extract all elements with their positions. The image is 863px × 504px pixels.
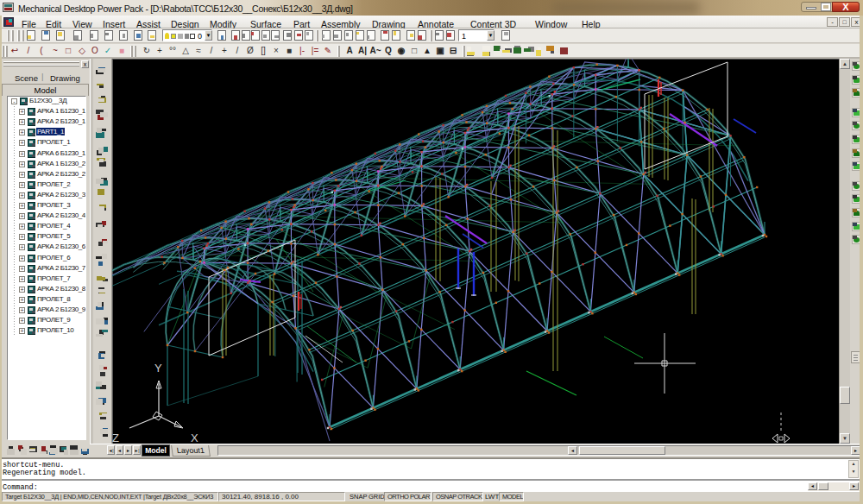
svg-text:Y: Y	[154, 362, 162, 375]
svg-text:Z: Z	[112, 432, 119, 444]
svg-text:X: X	[191, 432, 198, 444]
